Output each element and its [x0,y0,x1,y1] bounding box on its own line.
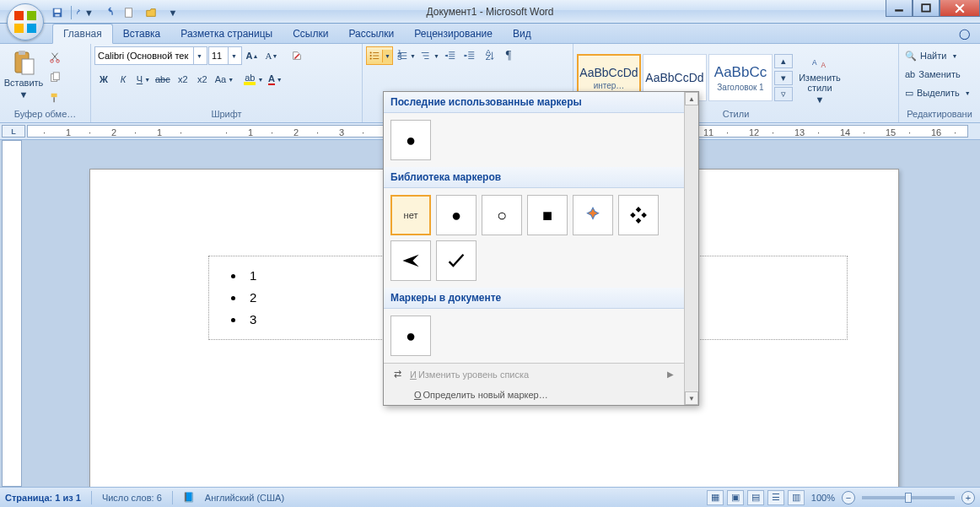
svg-rect-7 [22,59,34,74]
strikethrough-button[interactable]: abc [153,70,173,89]
italic-button[interactable]: К [114,70,132,89]
sort-button[interactable]: AZ [480,46,498,65]
view-print-layout[interactable]: ▦ [707,490,724,505]
paste-label: Вставить [4,78,44,88]
change-list-level[interactable]: ⇄ИИзменить уровень списка▶ [384,364,684,385]
underline-button[interactable]: Ч▼ [133,70,152,89]
replace-button[interactable]: abЗаменить [902,65,977,84]
bullet-diamonds[interactable] [618,195,659,235]
svg-rect-2 [55,9,61,13]
tab-home[interactable]: Главная [52,24,113,44]
svg-rect-12 [51,94,57,97]
qat-customize-button[interactable]: ▼ [164,4,181,21]
tab-view[interactable]: Вид [503,24,541,43]
office-button[interactable] [7,3,44,40]
subscript-button[interactable]: x2 [174,70,192,89]
group-clipboard-label: Буфер обме… [3,109,87,122]
ribbon-tabs: Главная Вставка Разметка страницы Ссылки… [0,24,980,44]
minimize-button[interactable] [886,0,913,17]
highlight-button[interactable]: ab▼ [241,70,264,89]
group-font-label: Шрифт [94,109,358,122]
help-button[interactable]: ◯ [949,24,980,43]
svg-rect-11 [53,73,59,80]
view-full-screen[interactable]: ▣ [727,490,744,505]
tab-insert[interactable]: Вставка [113,24,171,43]
styles-scroll-down[interactable]: ▾ [774,71,793,85]
status-language[interactable]: Английский (США) [205,493,284,503]
recent-bullet-disc[interactable]: ● [390,120,431,160]
view-outline[interactable]: ☰ [767,490,784,505]
tab-mailings[interactable]: Рассылки [338,24,404,43]
change-styles-button[interactable]: AA Изменить стили▼ [794,50,845,105]
bullets-dropdown: ▲▼ Последние использованные маркеры ● Би… [383,91,699,406]
styles-scroll-up[interactable]: ▴ [774,54,793,68]
indoc-bullet-disc[interactable]: ● [390,316,431,356]
maximize-button[interactable] [913,0,940,17]
paste-button[interactable]: Вставить ▼ [3,46,44,102]
multilevel-list-button[interactable]: ▼ [417,46,440,65]
bold-button[interactable]: Ж [94,70,113,89]
view-draft[interactable]: ▥ [788,490,805,505]
font-size-input[interactable] [209,51,228,61]
numbering-button[interactable]: 123▼ [394,46,417,65]
section-recent-label: Последние использованные маркеры [384,92,684,113]
tab-selector[interactable]: L [2,125,25,138]
close-button[interactable] [940,0,980,17]
svg-rect-4 [126,8,132,18]
group-font: ▼ ▼ A▲ A▼ Ж К Ч▼ abc x2 x2 Aa▼ ab▼ A▼ Шр… [91,44,363,122]
proofing-icon[interactable]: 📘 [183,492,195,503]
styles-more[interactable]: ▿ [774,87,793,101]
view-web-layout[interactable]: ▤ [747,490,764,505]
zoom-in-button[interactable]: + [961,491,975,504]
increase-indent-button[interactable] [460,46,479,65]
bullet-arrow[interactable] [390,240,431,281]
svg-text:3: 3 [397,52,401,62]
tab-references[interactable]: Ссылки [283,24,338,43]
bullet-check[interactable] [436,240,477,281]
font-name-input[interactable] [95,51,193,61]
zoom-slider[interactable] [862,496,955,499]
status-bar: Страница: 1 из 1 Число слов: 6 📘 Английс… [0,487,980,507]
vertical-ruler[interactable] [2,140,22,487]
zoom-out-button[interactable]: − [842,491,855,504]
status-page[interactable]: Страница: 1 из 1 [5,493,81,503]
font-color-button[interactable]: A▼ [265,70,283,89]
qat-redo-button[interactable] [99,4,116,21]
qat-new-button[interactable] [121,4,137,21]
group-editing-label: Редактировани [902,109,977,122]
binoculars-icon: 🔍 [905,51,917,62]
qat-open-button[interactable] [143,4,159,21]
grow-font-button[interactable]: A▲ [243,46,261,65]
bullets-button[interactable]: ▼ [366,46,393,65]
show-marks-button[interactable]: ¶ [499,46,518,65]
status-words[interactable]: Число слов: 6 [102,493,162,503]
svg-rect-0 [922,4,930,11]
panel-scrollbar[interactable]: ▲▼ [684,92,698,405]
shrink-font-button[interactable]: A▼ [262,46,281,65]
font-size-combo[interactable]: ▼ [208,46,242,65]
clear-formatting-button[interactable] [288,46,306,65]
copy-button[interactable] [46,68,64,87]
define-new-bullet[interactable]: ООпределить новый маркер… [384,385,684,405]
decrease-indent-button[interactable] [441,46,460,65]
bullet-disc[interactable]: ● [436,195,477,235]
cursor-icon: ▭ [905,88,913,99]
style-item-3[interactable]: AaBbCcЗаголовок 1 [708,54,773,101]
bullet-square[interactable]: ■ [527,195,568,235]
superscript-button[interactable]: x2 [193,70,212,89]
bullet-none[interactable]: нет [390,195,431,235]
find-button[interactable]: 🔍Найти▼ [902,46,977,65]
cut-button[interactable] [46,48,64,67]
qat-save-button[interactable] [49,4,66,21]
qat-undo-button[interactable]: ▼ [77,4,94,21]
select-button[interactable]: ▭Выделить▼ [902,84,977,102]
office-logo-icon [14,11,36,33]
format-painter-button[interactable] [46,89,64,107]
change-case-button[interactable]: Aa▼ [213,70,234,89]
zoom-level[interactable]: 100% [811,493,835,503]
bullet-circle[interactable]: ○ [482,195,522,235]
tab-layout[interactable]: Разметка страницы [170,24,283,43]
font-name-combo[interactable]: ▼ [94,46,207,65]
tab-review[interactable]: Рецензирование [404,24,503,43]
bullet-4diamond[interactable] [573,195,613,235]
